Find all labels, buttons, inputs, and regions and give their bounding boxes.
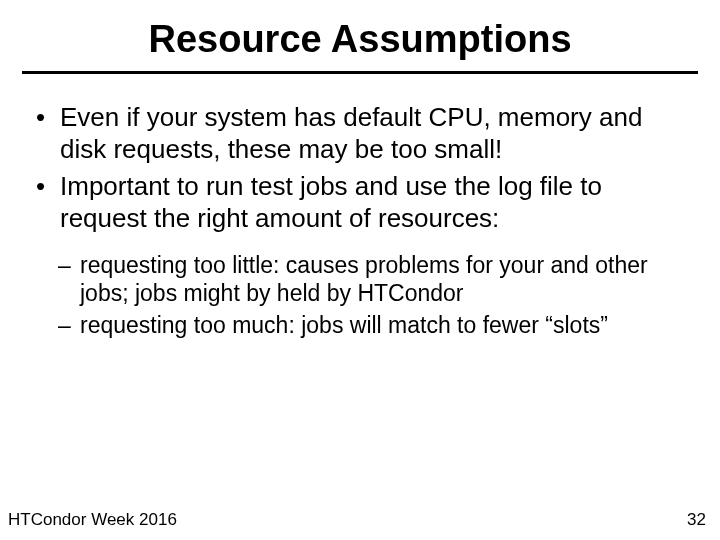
bullet-item: Important to run test jobs and use the l… [34, 171, 686, 234]
page-number: 32 [687, 510, 706, 530]
slide: Resource Assumptions Even if your system… [0, 0, 720, 540]
sub-bullet-item: requesting too much: jobs will match to … [34, 311, 686, 339]
slide-title: Resource Assumptions [0, 0, 720, 61]
sub-bullet-item: requesting too little: causes problems f… [34, 251, 686, 307]
bullet-list: Even if your system has default CPU, mem… [34, 102, 686, 235]
bullet-item: Even if your system has default CPU, mem… [34, 102, 686, 165]
slide-content: Even if your system has default CPU, mem… [0, 74, 720, 339]
sub-bullet-list: requesting too little: causes problems f… [34, 251, 686, 339]
footer-left: HTCondor Week 2016 [8, 510, 177, 530]
